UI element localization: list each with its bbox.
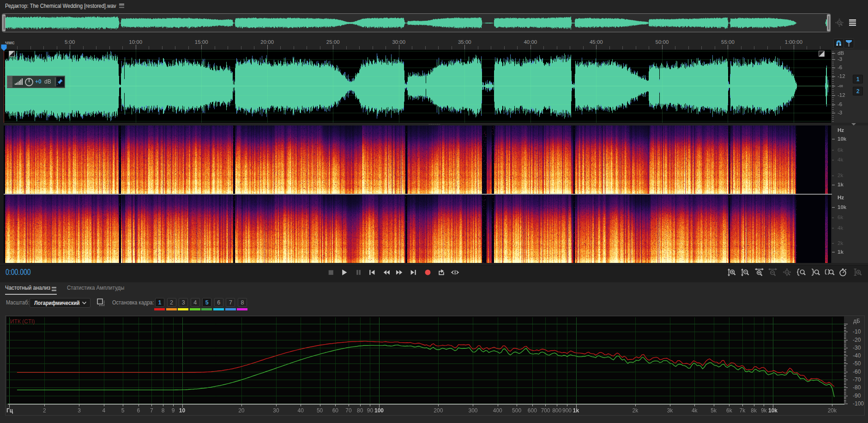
ruler-tick — [162, 46, 163, 49]
ruler-time-label: 1:00:00 — [785, 39, 802, 45]
scale-dropdown-value: Логарифмический — [34, 300, 80, 306]
ruler-tick — [70, 45, 70, 49]
editor-left-edge — [0, 50, 4, 263]
ruler-tick — [478, 46, 478, 49]
timer-button[interactable] — [838, 268, 847, 277]
transport-skip-selection-button[interactable] — [451, 268, 459, 276]
freq-axis-label: 30 — [273, 407, 279, 414]
frequency-plot[interactable] — [6, 316, 850, 417]
freq-axis-label: 50 — [317, 407, 323, 414]
ruler-tick — [96, 46, 96, 49]
hold-frame-button-2[interactable]: 2 — [167, 298, 176, 307]
panel-menu-icon[interactable] — [119, 4, 124, 9]
overview-waveform-strip[interactable] — [4, 14, 831, 32]
hz-scale-label: Hz — [838, 127, 844, 133]
hold-color-bar — [190, 308, 200, 310]
ruler-tick — [636, 46, 636, 49]
transport-loop-playback-button[interactable] — [437, 268, 445, 276]
transport-record-button[interactable] — [424, 268, 432, 276]
marker-pin-button[interactable] — [844, 38, 854, 48]
zoom-out-horizontal-button[interactable] — [768, 268, 777, 277]
gain-hud[interactable]: +0 dB — [7, 76, 65, 88]
transport-stop-button[interactable] — [327, 268, 335, 276]
zoom-reset-icon[interactable] — [835, 18, 845, 28]
freq-axis-label: 2k — [633, 407, 639, 414]
zoom-out-point-button[interactable] — [811, 268, 820, 277]
zoom-in-vertical-button[interactable] — [728, 268, 736, 277]
hud-gain-value[interactable]: +0 — [35, 78, 42, 85]
channel-1-button[interactable]: 1 — [853, 75, 863, 83]
spectrogram-channel-2[interactable] — [4, 195, 831, 263]
ruler-tick — [767, 46, 768, 49]
tab-amplitude-statistics[interactable]: Статистика Амплитуды — [67, 285, 124, 291]
ruler-tick — [399, 45, 399, 49]
zoom-reset-button[interactable] — [783, 268, 791, 277]
hud-gain-unit: dB — [44, 78, 51, 85]
hold-frame-button-7[interactable]: 7 — [226, 298, 235, 307]
zoom-selection-button[interactable] — [825, 268, 833, 277]
ruler-time-label: 55:00 — [721, 39, 735, 45]
spectral-maximize-icon[interactable] — [819, 51, 825, 57]
zoom-ibeam-button[interactable] — [853, 268, 862, 277]
snap-magnet-button[interactable] — [833, 38, 844, 48]
hold-frame-button-5[interactable]: 5 — [202, 298, 211, 307]
ruler-tick — [359, 46, 360, 49]
ruler-tick — [622, 46, 623, 49]
divider-grip[interactable] — [428, 124, 440, 125]
transport-skip-start-button[interactable] — [368, 268, 376, 276]
tab-menu-icon[interactable] — [52, 287, 56, 291]
hold-frame-button-1[interactable]: 1 — [155, 298, 164, 307]
hold-color-bar — [213, 308, 224, 310]
ruler-tick — [333, 45, 333, 49]
hold-frame-button-8[interactable]: 8 — [238, 298, 247, 307]
freeze-frames-icon[interactable] — [97, 298, 105, 306]
playhead-handle[interactable] — [1, 44, 7, 51]
hz-scale-label: 6k — [838, 147, 843, 153]
waveform-canvas — [4, 50, 831, 123]
spectrogram-channel-1[interactable] — [4, 125, 831, 194]
zoom-in-horizontal-button[interactable] — [755, 268, 764, 277]
waveform-maximize-icon[interactable] — [9, 51, 15, 57]
ruler-tick — [688, 46, 689, 49]
hold-frame-button-6[interactable]: 6 — [214, 298, 223, 307]
freq-axis-label: 4k — [692, 407, 698, 414]
waveform-display[interactable] — [4, 50, 831, 123]
transport-play-button[interactable] — [340, 268, 348, 276]
ruler-tick — [241, 46, 241, 49]
analysis-controls: Масштаб: Логарифмический Остановка кадра… — [0, 296, 868, 315]
overview-range-handle-right[interactable] — [827, 14, 830, 31]
overview-range-handle-left[interactable] — [2, 14, 6, 31]
db-axis-label: -60 — [853, 369, 861, 375]
ruler-tick — [412, 46, 412, 49]
freq-axis-label: 3k — [667, 407, 673, 414]
hud-pin-button[interactable] — [56, 77, 64, 87]
gain-knob-icon[interactable] — [24, 77, 34, 87]
time-display[interactable]: 0:00.000 — [6, 268, 31, 277]
zoom-in-point-button[interactable] — [797, 268, 806, 277]
hold-frame-button-4[interactable]: 4 — [191, 298, 200, 307]
ruler-tick — [280, 46, 281, 49]
tab-frequency-analysis[interactable]: Частотный анализ — [5, 285, 50, 291]
hold-frame-button-3[interactable]: 3 — [179, 298, 188, 307]
editor-layout-icon[interactable] — [849, 19, 857, 27]
ruler-tick — [662, 45, 663, 49]
hz-scale-label: 1k — [838, 182, 844, 187]
scale-dropdown[interactable]: Логарифмический — [30, 298, 90, 308]
ruler-tick — [701, 46, 702, 49]
ruler-tick — [491, 46, 491, 49]
ruler-tick — [228, 46, 228, 49]
freq-axis-label: 5 — [121, 407, 125, 414]
transport-skip-end-button[interactable] — [410, 268, 417, 276]
zoom-out-vertical-button[interactable] — [741, 268, 750, 277]
ruler-tick — [136, 45, 136, 49]
ruler-tick — [175, 46, 175, 49]
transport-fast-forward-button[interactable] — [396, 268, 404, 276]
transport-rewind-button[interactable] — [382, 268, 390, 276]
ruler-tick — [122, 46, 123, 49]
timeline-ruler[interactable]: чмс 5:0010:0015:0020:0025:0030:0035:0040… — [0, 39, 831, 50]
ruler-tick — [596, 45, 597, 49]
hud-grip[interactable] — [7, 76, 12, 88]
transport-pause-button[interactable] — [355, 268, 362, 276]
channel-2-button[interactable]: 2 — [853, 87, 863, 95]
db-scale-label: -6 — [838, 65, 842, 70]
